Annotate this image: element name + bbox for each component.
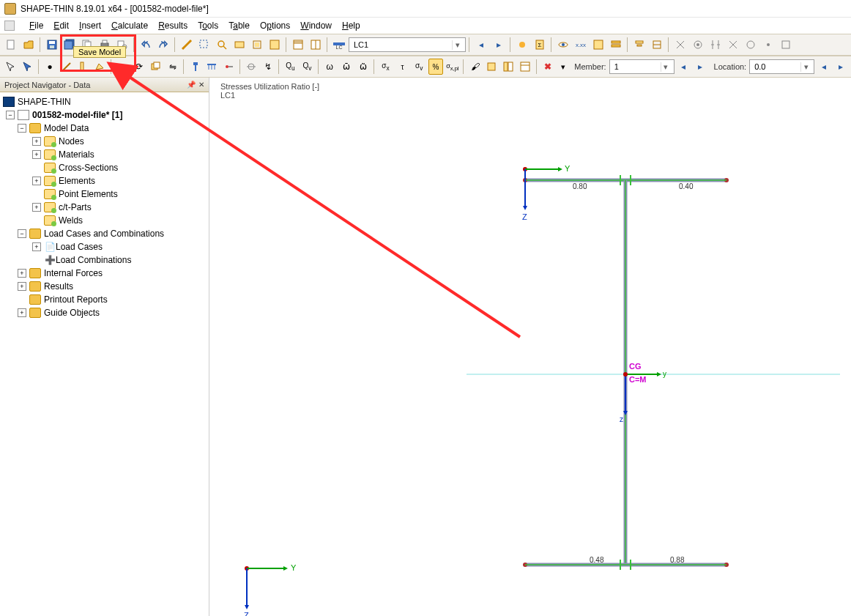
tree-elements[interactable]: Elements [59,176,95,186]
tree-results[interactable]: Results [44,281,73,292]
tree-cross-sections[interactable]: Cross-Sections [59,163,118,173]
undo-button[interactable] [138,37,154,53]
exp-modeldata[interactable]: − [18,124,26,133]
tree-welds[interactable]: Welds [59,215,83,226]
btn-x-red[interactable]: ✖ [540,59,555,75]
btn-paint[interactable]: 🖌 [467,59,483,75]
exp-ct[interactable]: + [32,203,41,212]
exp-model[interactable]: − [6,111,15,119]
open-button[interactable] [21,37,37,53]
tree-materials[interactable]: Materials [59,149,94,160]
btn-xxx[interactable]: x.xx [573,37,589,53]
tool-poly[interactable] [92,59,108,75]
btn-filter2[interactable] [649,37,665,53]
btn-calc[interactable]: Σ [532,37,548,53]
menu-file[interactable]: File [29,21,43,31]
res-omega3[interactable]: ω̃ [355,59,371,75]
next-location-button[interactable]: ▸ [833,59,848,75]
redo-button[interactable] [155,37,171,53]
tool-element[interactable] [75,59,91,75]
tool-force[interactable] [221,59,237,75]
tree-lcc[interactable]: Load Cases and Combinations [44,229,164,239]
btn-sun[interactable] [514,37,530,53]
btn-layers[interactable] [608,37,624,53]
btn-x-drop[interactable]: ▾ [557,59,568,74]
res-qv[interactable]: Qv [300,59,315,75]
tree-load-cases[interactable]: Load Cases [56,242,103,252]
loadcase-combo[interactable]: LC1▾ [349,37,466,52]
menu-help[interactable]: Help [342,21,360,31]
menu-insert[interactable]: Insert [79,21,101,31]
tool-arrow[interactable] [3,59,18,75]
res-qu[interactable]: Qu [283,59,298,75]
menu-window[interactable]: Window [300,21,332,31]
select-button[interactable] [196,37,212,53]
btn-circle[interactable] [743,37,759,53]
exp-lc[interactable]: + [32,242,41,251]
btn-misc[interactable] [778,37,794,53]
exp-materials[interactable]: + [32,150,41,159]
menu-edit[interactable]: Edit [53,21,69,31]
btn-eye[interactable] [555,37,571,53]
tool-node[interactable]: ● [42,59,58,75]
tree-model[interactable]: 001582-model-file* [1] [32,110,122,120]
btn-table2[interactable] [590,37,606,53]
res-tau[interactable]: τ [395,59,410,75]
menu-options[interactable]: Options [260,21,290,31]
menu-calculate[interactable]: Calculate [111,21,148,31]
pin-icon[interactable]: 📌 [187,81,196,89]
tool-arrow2[interactable] [20,59,35,75]
zoom-fit-button[interactable] [249,37,265,53]
next-member-button[interactable]: ▸ [693,59,708,75]
res-omega2[interactable]: ω̄ [339,59,354,75]
exp-lcc[interactable]: − [18,229,26,238]
menu-results[interactable]: Results [158,21,187,31]
btn-axis[interactable] [672,37,688,53]
btn-scope[interactable] [244,59,259,75]
btn-cross[interactable] [725,37,741,53]
close-panel-icon[interactable]: ✕ [198,81,204,89]
tool-move[interactable]: ↔ [115,59,130,75]
menu-tools[interactable]: Tools [198,21,218,31]
tool-line[interactable] [59,59,74,75]
tool-copy[interactable] [149,59,164,75]
tree-model-data[interactable]: Model Data [44,123,89,133]
zoom-button[interactable] [214,37,230,53]
measure-button[interactable] [179,37,195,53]
save-button[interactable] [44,37,60,53]
tree-forces[interactable]: Internal Forces [44,268,103,278]
sysmenu-icon[interactable] [4,21,15,31]
btn-analysis[interactable]: ↯ [260,59,275,75]
pan-button[interactable] [267,37,283,53]
prev-member-button[interactable]: ◂ [676,59,691,75]
prev-lc-button[interactable]: ◂ [473,37,489,53]
exp-results[interactable]: + [18,282,26,291]
new-button[interactable] [3,37,19,53]
view-2-button[interactable] [308,37,324,53]
exp-nodes[interactable]: + [32,137,41,146]
tool-mirror[interactable]: ⇋ [165,59,180,75]
tree-nodes[interactable]: Nodes [59,136,84,146]
btn-tablewin[interactable] [518,59,533,75]
res-omega1[interactable]: ω [322,59,338,75]
tree-guide[interactable]: Guide Objects [44,308,100,318]
next-lc-button[interactable]: ▸ [491,37,507,53]
tree-printout[interactable]: Printout Reports [44,294,108,305]
btn-mirror[interactable] [707,37,724,53]
res-sigma-x[interactable]: σx [378,59,393,75]
tree-load-combos[interactable]: Load Combinations [56,255,131,265]
res-ratio[interactable]: % [428,59,444,75]
tool-load-dist[interactable] [204,59,220,75]
menu-table[interactable]: Table [228,21,250,31]
exp-forces[interactable]: + [18,269,26,278]
zoom-region-button[interactable] [231,37,248,53]
loadcase-icon[interactable]: LC [331,37,347,53]
btn-grid[interactable] [484,59,499,75]
exp-elements[interactable]: + [32,177,41,185]
prev-location-button[interactable]: ◂ [816,59,831,75]
tree-root[interactable]: SHAPE-THIN [18,97,71,107]
res-sigma-pl[interactable]: σx,pl [445,59,460,75]
btn-panel[interactable] [501,59,516,75]
btn-cog[interactable] [690,37,706,53]
tool-load[interactable] [187,59,203,75]
